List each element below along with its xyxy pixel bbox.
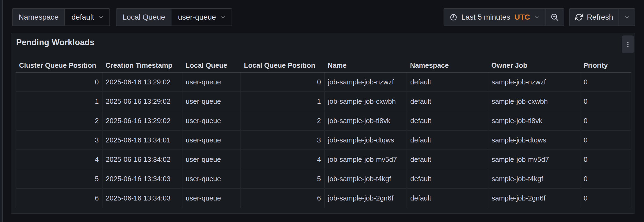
- table-cell: 5: [241, 169, 324, 188]
- table-body: 02025-06-16 13:29:02user-queue0job-sampl…: [16, 72, 631, 208]
- table-cell: 0: [580, 169, 631, 188]
- table-cell: 4: [16, 150, 102, 169]
- chevron-down-icon: [220, 14, 226, 20]
- table-cell: 3: [241, 130, 324, 150]
- namespace-variable-dropdown[interactable]: default: [64, 9, 109, 26]
- zoom-out-button[interactable]: [545, 9, 564, 26]
- namespace-variable-label: Namespace: [13, 9, 64, 26]
- chevron-down-icon: [534, 14, 540, 20]
- table-cell: user-queue: [182, 169, 241, 188]
- table-cell: user-queue: [182, 150, 241, 169]
- clock-icon: [449, 13, 458, 21]
- table-cell: 0: [580, 111, 631, 130]
- table-cell: 6: [16, 188, 102, 208]
- chevron-down-icon: [98, 14, 104, 20]
- table-cell: job-sample-job-t4kgf: [324, 169, 407, 188]
- table-row: 32025-06-16 13:34:01user-queue3job-sampl…: [16, 130, 631, 150]
- table-cell: 0: [241, 72, 324, 92]
- table-cell: 2025-06-16 13:29:02: [102, 92, 182, 111]
- time-range-picker[interactable]: Last 5 minutes UTC: [444, 9, 545, 26]
- panel-title[interactable]: Pending Workloads: [16, 38, 94, 47]
- column-header-creation-timestamp[interactable]: Creation Timestamp: [102, 59, 182, 72]
- table-row: 02025-06-16 13:29:02user-queue0job-sampl…: [16, 72, 631, 92]
- table-container: Cluster Queue Position Creation Timestam…: [16, 59, 631, 208]
- column-header-owner-job[interactable]: Owner Job: [488, 59, 580, 72]
- table-cell: user-queue: [182, 72, 241, 92]
- table-cell: sample-job-cxwbh: [488, 92, 580, 111]
- table-row: 12025-06-16 13:29:02user-queue1job-sampl…: [16, 92, 631, 111]
- chevron-down-icon: [624, 14, 630, 20]
- pending-workloads-panel: Pending Workloads Cluster Queue Position…: [11, 33, 635, 214]
- table-cell: 2025-06-16 13:34:02: [102, 150, 182, 169]
- table-cell: default: [407, 188, 488, 208]
- variable-controls: Namespace default Local Queue user-queue: [12, 8, 232, 26]
- table-cell: 0: [580, 72, 631, 92]
- table-cell: sample-job-dtqws: [488, 130, 580, 150]
- table-cell: 2025-06-16 13:34:01: [102, 130, 182, 150]
- column-header-cluster-queue-position[interactable]: Cluster Queue Position: [16, 59, 102, 72]
- table-cell: 4: [241, 150, 324, 169]
- local-queue-variable-dropdown[interactable]: user-queue: [171, 9, 232, 26]
- column-header-local-queue[interactable]: Local Queue: [182, 59, 241, 72]
- table-cell: 2: [241, 111, 324, 130]
- table-cell: job-sample-job-nzwzf: [324, 72, 407, 92]
- table-cell: job-sample-job-cxwbh: [324, 92, 407, 111]
- panel-menu-button[interactable]: [622, 35, 634, 53]
- table-cell: default: [407, 72, 488, 92]
- panel-header: Pending Workloads: [11, 33, 635, 49]
- table-cell: default: [407, 130, 488, 150]
- table-cell: 2025-06-16 13:29:02: [102, 111, 182, 130]
- table-cell: user-queue: [182, 188, 241, 208]
- refresh-icon: [575, 13, 583, 21]
- table-cell: sample-job-mv5d7: [488, 150, 580, 169]
- local-queue-variable-value: user-queue: [178, 13, 216, 22]
- refresh-button[interactable]: Refresh: [570, 9, 619, 26]
- table-cell: 0: [580, 150, 631, 169]
- table-cell: 0: [580, 92, 631, 111]
- table-cell: user-queue: [182, 92, 241, 111]
- kebab-menu-icon: [624, 41, 631, 48]
- column-header-namespace[interactable]: Namespace: [407, 59, 488, 72]
- table-cell: sample-job-nzwzf: [488, 72, 580, 92]
- table-cell: 2025-06-16 13:29:02: [102, 72, 182, 92]
- refresh-label: Refresh: [587, 13, 613, 22]
- table-cell: job-sample-job-tl8vk: [324, 111, 407, 130]
- dashboard-controls: Namespace default Local Queue user-queue…: [12, 8, 635, 26]
- table-cell: user-queue: [182, 111, 241, 130]
- time-controls: Last 5 minutes UTC Refresh: [444, 8, 635, 26]
- table-cell: default: [407, 92, 488, 111]
- timezone-label: UTC: [514, 13, 530, 22]
- left-edge-strip: [0, 0, 3, 222]
- table-cell: user-queue: [182, 130, 241, 150]
- refresh-interval-dropdown[interactable]: [619, 9, 635, 26]
- table-cell: default: [407, 111, 488, 130]
- table-cell: 5: [16, 169, 102, 188]
- namespace-variable-control: Namespace default: [12, 8, 110, 26]
- column-header-priority[interactable]: Priority: [580, 59, 631, 72]
- table-cell: 2: [16, 111, 102, 130]
- time-range-label: Last 5 minutes: [461, 13, 510, 22]
- table-cell: sample-job-tl8vk: [488, 111, 580, 130]
- table-row: 52025-06-16 13:34:03user-queue5job-sampl…: [16, 169, 631, 188]
- table-cell: default: [407, 150, 488, 169]
- local-queue-variable-label: Local Queue: [116, 9, 171, 26]
- local-queue-variable-control: Local Queue user-queue: [116, 8, 232, 26]
- table-cell: 6: [241, 188, 324, 208]
- column-header-local-queue-position[interactable]: Local Queue Position: [241, 59, 324, 72]
- time-picker-group: Last 5 minutes UTC: [444, 8, 564, 26]
- table-cell: 0: [16, 72, 102, 92]
- table-cell: 1: [241, 92, 324, 111]
- table-cell: default: [407, 169, 488, 188]
- pending-workloads-table: Cluster Queue Position Creation Timestam…: [16, 59, 631, 208]
- table-cell: sample-job-t4kgf: [488, 169, 580, 188]
- table-cell: 2025-06-16 13:34:03: [102, 169, 182, 188]
- table-cell: job-sample-job-dtqws: [324, 130, 407, 150]
- table-row: 22025-06-16 13:29:02user-queue2job-sampl…: [16, 111, 631, 130]
- table-cell: 3: [16, 130, 102, 150]
- table-row: 42025-06-16 13:34:02user-queue4job-sampl…: [16, 150, 631, 169]
- table-cell: 1: [16, 92, 102, 111]
- column-header-name[interactable]: Name: [324, 59, 407, 72]
- table-cell: 0: [580, 130, 631, 150]
- refresh-group: Refresh: [569, 8, 635, 26]
- zoom-out-icon: [550, 13, 559, 22]
